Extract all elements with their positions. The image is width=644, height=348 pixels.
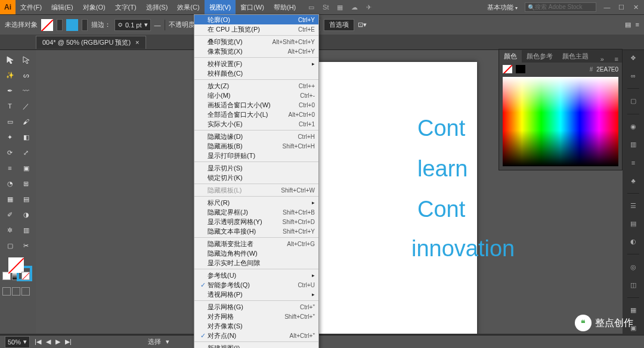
menu-item[interactable]: 显示切片(S) [194, 163, 318, 173]
stroke-weight-input[interactable]: ≎ 0.1 pt ▾ [114, 19, 151, 31]
menu-item[interactable]: 像素预览(X)Alt+Ctrl+Y [194, 46, 318, 56]
menu-item[interactable]: 文件(F) [16, 0, 47, 14]
artboard-nav-first[interactable]: |◀ [35, 338, 41, 346]
plane-icon[interactable]: ✈ [364, 2, 373, 12]
line-tool[interactable]: ／ [18, 99, 33, 113]
menu-item[interactable]: 视图(V) [205, 0, 236, 14]
color-panel-menu-icon[interactable]: ≡ [611, 55, 622, 63]
menu-item[interactable]: 隐藏渐变批注者Alt+Ctrl+G [194, 239, 318, 248]
menu-item[interactable]: 隐藏边缘(D)Ctrl+H [194, 132, 318, 141]
arrange-icon[interactable]: ▦ [335, 2, 345, 12]
menu-item[interactable]: 实际大小(E)Ctrl+1 [194, 119, 318, 129]
free-transform-tool[interactable]: ▣ [18, 161, 33, 175]
close-icon[interactable]: ✕ [632, 4, 639, 11]
paintbrush-tool[interactable]: 🖌 [18, 114, 33, 129]
menu-item[interactable]: 校样设置(F) [194, 59, 318, 69]
rotate-tool[interactable]: ⟳ [2, 145, 17, 160]
swatches-panel-icon[interactable]: ▥ [626, 139, 640, 150]
scale-tool[interactable]: ⤢ [18, 145, 33, 160]
lasso-tool[interactable]: ᔕ [18, 68, 33, 82]
canvas-text[interactable]: innovation [411, 236, 515, 262]
perspective-grid-tool[interactable]: ⊞ [18, 176, 33, 191]
workspace-switcher[interactable]: 基本功能 ▾ [487, 3, 518, 12]
menu-item[interactable]: 在 CPU 上预览(P)Ctrl+E [194, 24, 318, 34]
gradient-panel-icon[interactable]: ▤ [626, 218, 640, 229]
panel-toggle-icon[interactable]: ▤ [625, 21, 631, 29]
doc-mode-icon[interactable]: ▭ [306, 2, 316, 12]
align-to-key-icon[interactable]: ⊡▾ [358, 21, 367, 29]
menu-item[interactable]: 对齐网格Shift+Ctrl+" [194, 312, 318, 321]
menu-item[interactable]: 对齐像素(S) [194, 321, 318, 331]
eraser-tool[interactable]: ◧ [18, 130, 33, 144]
menu-item[interactable]: 隐藏文本串接(H)Shift+Ctrl+Y [194, 226, 318, 236]
stroke-swatch-dropdown[interactable] [82, 19, 88, 31]
graphic-styles-panel-icon[interactable]: ◫ [626, 279, 640, 290]
color-panel-icon[interactable]: ◉ [626, 122, 640, 132]
curvature-tool[interactable]: 〰 [18, 83, 33, 98]
artboard-nav-next[interactable]: ▶ [55, 338, 60, 346]
color-panel-tab-themes[interactable]: 颜色主题 [558, 50, 593, 63]
menu-item[interactable]: 参考线(U) [194, 271, 318, 280]
menu-item[interactable]: 文字(T) [110, 0, 141, 14]
gradient-tool[interactable]: ▤ [18, 192, 33, 206]
menu-item[interactable]: 轮廓(O)Ctrl+Y [194, 15, 318, 24]
menu-item[interactable]: 窗口(W) [236, 0, 269, 14]
menu-item[interactable]: 新建视图(I)... [194, 343, 318, 348]
canvas-text[interactable]: learn [417, 156, 468, 182]
blend-tool[interactable]: ◑ [18, 207, 33, 222]
menu-item[interactable]: 标尺(R) [194, 198, 318, 207]
selection-tool[interactable] [2, 52, 17, 67]
document-tab[interactable]: 004* @ 50% (RGB/GPU 预览) × [36, 36, 146, 49]
menu-item[interactable]: 锁定切片(K) [194, 173, 318, 182]
artboard-nav-prev[interactable]: ◀ [46, 338, 51, 346]
menu-item[interactable]: 校样颜色(C) [194, 69, 318, 78]
transparency-panel-icon[interactable]: ◐ [626, 236, 640, 247]
menu-item[interactable]: 编辑(E) [47, 0, 78, 14]
none-mode-icon[interactable] [21, 272, 30, 280]
minimize-icon[interactable]: — [603, 4, 611, 11]
prefs-button[interactable]: 首选项 [324, 19, 354, 31]
slice-tool[interactable]: ✂ [18, 238, 33, 253]
menu-item[interactable]: 隐藏边角构件(W) [194, 248, 318, 258]
cloud-icon[interactable]: ☁ [349, 2, 359, 12]
menu-item[interactable]: 放大(Z)Ctrl++ [194, 81, 318, 91]
symbol-sprayer-tool[interactable]: ✲ [2, 223, 17, 237]
menu-item[interactable]: 隐藏画板(B)Shift+Ctrl+H [194, 141, 318, 151]
stroke-panel-icon[interactable]: ☰ [626, 200, 640, 211]
stroke-style-icon[interactable]: — [154, 21, 161, 29]
maximize-icon[interactable]: ☐ [618, 4, 625, 11]
direct-selection-tool[interactable] [18, 52, 33, 67]
symbols-panel-icon[interactable]: ♣ [626, 175, 640, 186]
width-tool[interactable]: ≡ [2, 161, 17, 175]
menu-item[interactable]: ✓对齐点(N)Alt+Ctrl+" [194, 331, 318, 340]
menu-item[interactable]: 选择(S) [141, 0, 173, 14]
color-panel-tab-color[interactable]: 颜色 [499, 50, 522, 63]
menu-item[interactable]: 对象(O) [78, 0, 110, 14]
menu-item[interactable]: 全部适合窗口大小(L)Alt+Ctrl+0 [194, 110, 318, 119]
menu-item[interactable]: 效果(C) [172, 0, 204, 14]
artboard-nav-last[interactable]: ▶| [65, 338, 72, 346]
draw-normal-icon[interactable] [2, 287, 11, 296]
type-tool[interactable]: T [2, 99, 17, 113]
canvas-text[interactable]: Cont [417, 197, 465, 222]
status-dropdown-icon[interactable]: ▾ [166, 338, 169, 346]
menu-item[interactable]: 显示网格(G)Ctrl+" [194, 302, 318, 312]
menu-item[interactable]: 透视网格(P) [194, 290, 318, 299]
shaper-tool[interactable]: ✦ [2, 130, 17, 144]
menu-item[interactable]: 叠印预览(V)Alt+Shift+Ctrl+Y [194, 37, 318, 46]
mesh-tool[interactable]: ▦ [2, 192, 17, 206]
color-panel-stroke-swatch[interactable] [516, 65, 525, 73]
artboard-tool[interactable]: ▢ [2, 238, 17, 253]
magic-wand-tool[interactable]: ✨ [2, 68, 17, 82]
document-tab-close-icon[interactable]: × [135, 39, 139, 46]
layout-icon[interactable]: St [321, 2, 330, 12]
appearance-panel-icon[interactable]: ◎ [626, 262, 640, 272]
menu-item[interactable]: 画板适合窗口大小(W)Ctrl+0 [194, 100, 318, 110]
menu-item[interactable]: ✓智能参考线(Q)Ctrl+U [194, 280, 318, 290]
menu-item[interactable]: 帮助(H) [269, 0, 301, 14]
column-graph-tool[interactable]: ▥ [18, 223, 33, 237]
menu-item[interactable]: 缩小(M)Ctrl+- [194, 91, 318, 100]
zoom-input[interactable]: 50% ▾ [5, 336, 30, 348]
menu-item[interactable]: 显示打印拼贴(T) [194, 151, 318, 160]
menu-item[interactable]: 显示实时上色间隙 [194, 258, 318, 268]
